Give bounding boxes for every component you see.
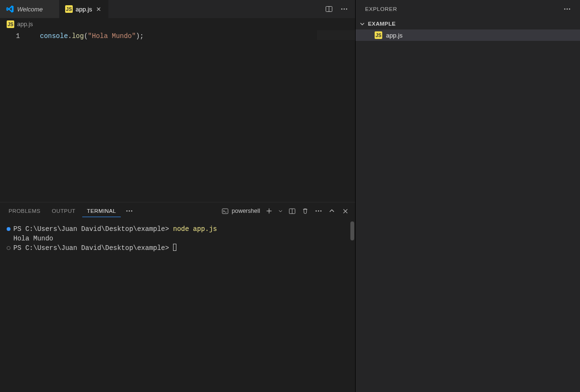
vscode-icon xyxy=(6,5,14,13)
tab-appjs[interactable]: app.js ✕ xyxy=(59,0,109,18)
more-icon[interactable] xyxy=(338,3,350,15)
prompt-indicator-icon xyxy=(7,227,10,231)
svg-point-7 xyxy=(131,210,133,212)
file-tree: app.js xyxy=(356,29,580,392)
js-icon xyxy=(375,31,382,39)
file-label: app.js xyxy=(386,32,403,39)
folder-name: EXAMPLE xyxy=(368,21,396,27)
panel-tabs: PROBLEMS OUTPUT TERMINAL powershell xyxy=(0,202,355,220)
maximize-panel-icon[interactable] xyxy=(326,205,338,217)
minimap[interactable] xyxy=(317,30,355,40)
chevron-down-icon xyxy=(359,21,365,27)
terminal-command: node app.js xyxy=(173,225,217,233)
panel-more-icon[interactable] xyxy=(123,207,136,215)
panel-tab-output[interactable]: OUTPUT xyxy=(47,205,80,217)
svg-point-6 xyxy=(129,210,130,212)
panel-actions: powershell xyxy=(220,205,351,217)
panel-more-actions-icon[interactable] xyxy=(312,205,325,217)
terminal-prompt: PS C:\Users\Juan David\Desktop\example> xyxy=(13,225,173,233)
chevron-down-icon[interactable] xyxy=(276,205,285,217)
terminal-line: Hola Mundo xyxy=(7,234,349,243)
close-panel-icon[interactable] xyxy=(339,205,351,217)
editor-group: Welcome ✕ app.js ✕ app.js 1 console.log(… xyxy=(0,0,356,392)
split-editor-icon[interactable] xyxy=(323,3,335,15)
svg-point-3 xyxy=(344,9,345,10)
code-editor[interactable]: 1 console.log("Hola Mundo"); xyxy=(0,30,355,202)
svg-point-20 xyxy=(567,9,568,10)
terminal-line: PS C:\Users\Juan David\Desktop\example> … xyxy=(7,224,349,234)
new-terminal-icon[interactable] xyxy=(263,205,275,217)
bottom-panel: PROBLEMS OUTPUT TERMINAL powershell xyxy=(0,202,355,392)
terminal-icon xyxy=(222,208,229,215)
folder-header[interactable]: EXAMPLE xyxy=(356,18,580,29)
svg-point-15 xyxy=(318,210,319,212)
terminal-shell-label: powershell xyxy=(232,208,260,214)
panel-tab-terminal[interactable]: TERMINAL xyxy=(82,205,121,217)
terminal-prompt: PS C:\Users\Juan David\Desktop\example> xyxy=(13,244,173,252)
explorer-title: EXPLORER xyxy=(365,6,397,12)
split-terminal-icon[interactable] xyxy=(286,205,298,217)
prompt-indicator-icon xyxy=(7,246,10,250)
terminal-output: Hola Mundo xyxy=(13,234,53,243)
tab-appjs-label: app.js xyxy=(76,6,92,13)
explorer-title-bar: EXPLORER xyxy=(356,0,580,18)
explorer-panel: EXPLORER EXAMPLE app.js xyxy=(356,0,580,392)
editor-tabs-row: Welcome ✕ app.js ✕ xyxy=(0,0,355,18)
editor-actions xyxy=(321,0,355,18)
svg-point-14 xyxy=(316,210,317,212)
svg-point-16 xyxy=(320,210,322,212)
svg-rect-8 xyxy=(222,209,228,213)
breadcrumb[interactable]: app.js xyxy=(0,18,355,30)
code-line: console.log("Hola Mundo"); xyxy=(40,31,350,41)
svg-point-5 xyxy=(126,210,128,212)
breadcrumb-file: app.js xyxy=(17,21,33,28)
kill-terminal-icon[interactable] xyxy=(299,205,311,217)
editor-tabs: Welcome ✕ app.js ✕ xyxy=(0,0,321,18)
tab-welcome[interactable]: Welcome ✕ xyxy=(0,0,59,18)
panel-tab-problems[interactable]: PROBLEMS xyxy=(4,205,45,217)
js-icon xyxy=(7,20,14,28)
terminal-scrollbar[interactable] xyxy=(350,221,354,240)
terminal-line: PS C:\Users\Juan David\Desktop\example> xyxy=(7,243,349,253)
terminal-cursor xyxy=(173,244,176,251)
tab-welcome-label: Welcome xyxy=(17,6,43,13)
svg-point-2 xyxy=(341,9,343,10)
line-number: 1 xyxy=(0,30,29,41)
terminal[interactable]: PS C:\Users\Juan David\Desktop\example> … xyxy=(0,220,355,392)
svg-point-19 xyxy=(564,9,566,10)
explorer-more-icon[interactable] xyxy=(561,3,573,15)
file-appjs[interactable]: app.js xyxy=(356,29,580,41)
terminal-shell-picker[interactable]: powershell xyxy=(220,208,262,215)
close-icon[interactable]: ✕ xyxy=(95,6,103,13)
js-icon xyxy=(65,5,73,13)
svg-point-21 xyxy=(569,9,570,10)
svg-point-4 xyxy=(346,9,348,10)
